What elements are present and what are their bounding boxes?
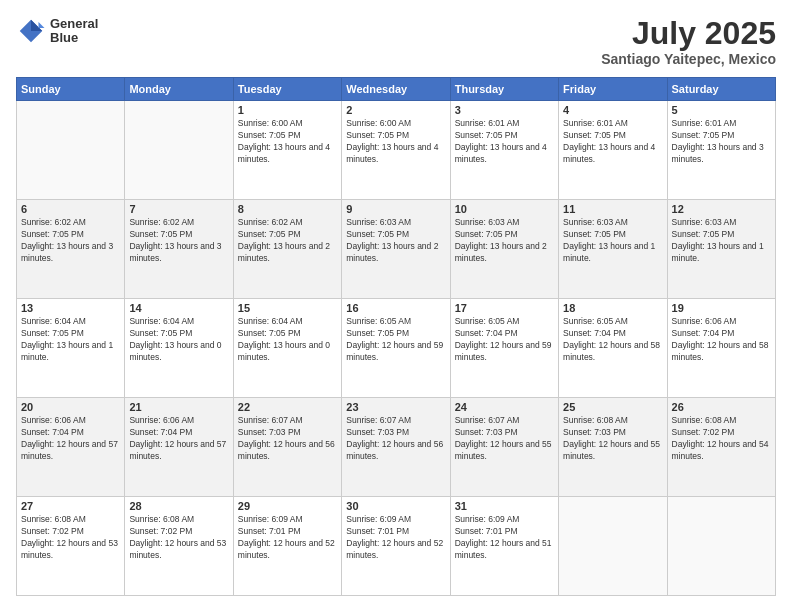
cell-details: Sunrise: 6:01 AM Sunset: 7:05 PM Dayligh…	[455, 118, 554, 166]
cell-details: Sunrise: 6:01 AM Sunset: 7:05 PM Dayligh…	[563, 118, 662, 166]
day-number: 12	[672, 203, 771, 215]
calendar-week-row: 6Sunrise: 6:02 AM Sunset: 7:05 PM Daylig…	[17, 200, 776, 299]
header: General Blue July 2025 Santiago Yaitepec…	[16, 16, 776, 67]
cell-details: Sunrise: 6:05 AM Sunset: 7:05 PM Dayligh…	[346, 316, 445, 364]
day-number: 10	[455, 203, 554, 215]
day-header-saturday: Saturday	[667, 78, 775, 101]
day-header-sunday: Sunday	[17, 78, 125, 101]
calendar-cell: 11Sunrise: 6:03 AM Sunset: 7:05 PM Dayli…	[559, 200, 667, 299]
calendar-cell: 12Sunrise: 6:03 AM Sunset: 7:05 PM Dayli…	[667, 200, 775, 299]
calendar-cell	[125, 101, 233, 200]
calendar-cell: 19Sunrise: 6:06 AM Sunset: 7:04 PM Dayli…	[667, 299, 775, 398]
day-number: 23	[346, 401, 445, 413]
cell-details: Sunrise: 6:03 AM Sunset: 7:05 PM Dayligh…	[672, 217, 771, 265]
calendar-cell: 22Sunrise: 6:07 AM Sunset: 7:03 PM Dayli…	[233, 398, 341, 497]
day-number: 25	[563, 401, 662, 413]
cell-details: Sunrise: 6:07 AM Sunset: 7:03 PM Dayligh…	[238, 415, 337, 463]
day-number: 16	[346, 302, 445, 314]
cell-details: Sunrise: 6:06 AM Sunset: 7:04 PM Dayligh…	[672, 316, 771, 364]
cell-details: Sunrise: 6:03 AM Sunset: 7:05 PM Dayligh…	[346, 217, 445, 265]
day-header-friday: Friday	[559, 78, 667, 101]
cell-details: Sunrise: 6:07 AM Sunset: 7:03 PM Dayligh…	[455, 415, 554, 463]
cell-details: Sunrise: 6:05 AM Sunset: 7:04 PM Dayligh…	[563, 316, 662, 364]
cell-details: Sunrise: 6:08 AM Sunset: 7:02 PM Dayligh…	[21, 514, 120, 562]
calendar-cell	[667, 497, 775, 596]
cell-details: Sunrise: 6:06 AM Sunset: 7:04 PM Dayligh…	[21, 415, 120, 463]
cell-details: Sunrise: 6:05 AM Sunset: 7:04 PM Dayligh…	[455, 316, 554, 364]
calendar-cell: 26Sunrise: 6:08 AM Sunset: 7:02 PM Dayli…	[667, 398, 775, 497]
day-number: 3	[455, 104, 554, 116]
cell-details: Sunrise: 6:07 AM Sunset: 7:03 PM Dayligh…	[346, 415, 445, 463]
day-number: 18	[563, 302, 662, 314]
calendar-cell	[17, 101, 125, 200]
cell-details: Sunrise: 6:02 AM Sunset: 7:05 PM Dayligh…	[238, 217, 337, 265]
calendar-cell: 23Sunrise: 6:07 AM Sunset: 7:03 PM Dayli…	[342, 398, 450, 497]
cell-details: Sunrise: 6:09 AM Sunset: 7:01 PM Dayligh…	[346, 514, 445, 562]
day-number: 8	[238, 203, 337, 215]
cell-details: Sunrise: 6:01 AM Sunset: 7:05 PM Dayligh…	[672, 118, 771, 166]
day-header-thursday: Thursday	[450, 78, 558, 101]
cell-details: Sunrise: 6:08 AM Sunset: 7:02 PM Dayligh…	[129, 514, 228, 562]
logo-icon	[16, 16, 46, 46]
calendar-cell: 10Sunrise: 6:03 AM Sunset: 7:05 PM Dayli…	[450, 200, 558, 299]
day-number: 19	[672, 302, 771, 314]
calendar-cell: 13Sunrise: 6:04 AM Sunset: 7:05 PM Dayli…	[17, 299, 125, 398]
location-title: Santiago Yaitepec, Mexico	[601, 51, 776, 67]
calendar-week-row: 13Sunrise: 6:04 AM Sunset: 7:05 PM Dayli…	[17, 299, 776, 398]
logo-line1: General	[50, 17, 98, 31]
page: General Blue July 2025 Santiago Yaitepec…	[0, 0, 792, 612]
calendar-cell: 28Sunrise: 6:08 AM Sunset: 7:02 PM Dayli…	[125, 497, 233, 596]
calendar-cell: 16Sunrise: 6:05 AM Sunset: 7:05 PM Dayli…	[342, 299, 450, 398]
title-block: July 2025 Santiago Yaitepec, Mexico	[601, 16, 776, 67]
calendar-cell: 15Sunrise: 6:04 AM Sunset: 7:05 PM Dayli…	[233, 299, 341, 398]
day-number: 26	[672, 401, 771, 413]
cell-details: Sunrise: 6:02 AM Sunset: 7:05 PM Dayligh…	[21, 217, 120, 265]
day-number: 15	[238, 302, 337, 314]
day-header-tuesday: Tuesday	[233, 78, 341, 101]
day-number: 11	[563, 203, 662, 215]
cell-details: Sunrise: 6:02 AM Sunset: 7:05 PM Dayligh…	[129, 217, 228, 265]
calendar-week-row: 20Sunrise: 6:06 AM Sunset: 7:04 PM Dayli…	[17, 398, 776, 497]
cell-details: Sunrise: 6:00 AM Sunset: 7:05 PM Dayligh…	[238, 118, 337, 166]
logo: General Blue	[16, 16, 98, 46]
calendar-cell: 6Sunrise: 6:02 AM Sunset: 7:05 PM Daylig…	[17, 200, 125, 299]
calendar-cell: 20Sunrise: 6:06 AM Sunset: 7:04 PM Dayli…	[17, 398, 125, 497]
day-number: 29	[238, 500, 337, 512]
calendar-cell: 14Sunrise: 6:04 AM Sunset: 7:05 PM Dayli…	[125, 299, 233, 398]
cell-details: Sunrise: 6:04 AM Sunset: 7:05 PM Dayligh…	[21, 316, 120, 364]
day-number: 21	[129, 401, 228, 413]
calendar-cell: 31Sunrise: 6:09 AM Sunset: 7:01 PM Dayli…	[450, 497, 558, 596]
day-number: 6	[21, 203, 120, 215]
calendar-header-row: SundayMondayTuesdayWednesdayThursdayFrid…	[17, 78, 776, 101]
cell-details: Sunrise: 6:04 AM Sunset: 7:05 PM Dayligh…	[238, 316, 337, 364]
cell-details: Sunrise: 6:08 AM Sunset: 7:03 PM Dayligh…	[563, 415, 662, 463]
cell-details: Sunrise: 6:08 AM Sunset: 7:02 PM Dayligh…	[672, 415, 771, 463]
logo-line2: Blue	[50, 31, 98, 45]
calendar-cell: 27Sunrise: 6:08 AM Sunset: 7:02 PM Dayli…	[17, 497, 125, 596]
day-number: 9	[346, 203, 445, 215]
calendar-cell	[559, 497, 667, 596]
calendar-cell: 4Sunrise: 6:01 AM Sunset: 7:05 PM Daylig…	[559, 101, 667, 200]
calendar-cell: 1Sunrise: 6:00 AM Sunset: 7:05 PM Daylig…	[233, 101, 341, 200]
calendar-cell: 24Sunrise: 6:07 AM Sunset: 7:03 PM Dayli…	[450, 398, 558, 497]
calendar-table: SundayMondayTuesdayWednesdayThursdayFrid…	[16, 77, 776, 596]
day-header-wednesday: Wednesday	[342, 78, 450, 101]
day-header-monday: Monday	[125, 78, 233, 101]
calendar-cell: 17Sunrise: 6:05 AM Sunset: 7:04 PM Dayli…	[450, 299, 558, 398]
day-number: 28	[129, 500, 228, 512]
day-number: 24	[455, 401, 554, 413]
day-number: 14	[129, 302, 228, 314]
svg-marker-2	[39, 22, 45, 28]
calendar-cell: 8Sunrise: 6:02 AM Sunset: 7:05 PM Daylig…	[233, 200, 341, 299]
calendar-cell: 3Sunrise: 6:01 AM Sunset: 7:05 PM Daylig…	[450, 101, 558, 200]
calendar-week-row: 1Sunrise: 6:00 AM Sunset: 7:05 PM Daylig…	[17, 101, 776, 200]
day-number: 4	[563, 104, 662, 116]
month-title: July 2025	[601, 16, 776, 51]
cell-details: Sunrise: 6:04 AM Sunset: 7:05 PM Dayligh…	[129, 316, 228, 364]
day-number: 1	[238, 104, 337, 116]
calendar-cell: 9Sunrise: 6:03 AM Sunset: 7:05 PM Daylig…	[342, 200, 450, 299]
calendar-cell: 18Sunrise: 6:05 AM Sunset: 7:04 PM Dayli…	[559, 299, 667, 398]
day-number: 20	[21, 401, 120, 413]
calendar-cell: 30Sunrise: 6:09 AM Sunset: 7:01 PM Dayli…	[342, 497, 450, 596]
cell-details: Sunrise: 6:03 AM Sunset: 7:05 PM Dayligh…	[455, 217, 554, 265]
